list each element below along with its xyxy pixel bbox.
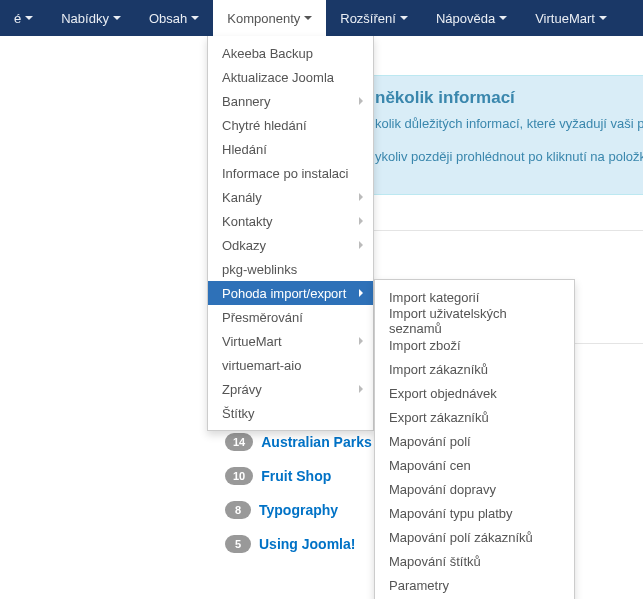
dropdown-item-label: Hledání	[222, 142, 267, 157]
info-alert-line1: kolik důležitých informací, které vyžadu…	[375, 116, 635, 131]
chevron-right-icon	[359, 289, 363, 297]
dropdown-item-label: Akeeba Backup	[222, 46, 313, 61]
sidebar-item[interactable]: 5 Using Joomla!	[225, 535, 372, 553]
submenu-item[interactable]: Mapování polí zákazníků	[375, 525, 574, 549]
submenu-item-label: Import zákazníků	[389, 362, 488, 377]
submenu-item-label: Mapování polí zákazníků	[389, 530, 533, 545]
nav-item-komponenty[interactable]: Komponenty	[213, 0, 326, 36]
dropdown-item[interactable]: Bannery	[208, 89, 373, 113]
pohoda-submenu: Import kategoriíImport uživatelských sez…	[374, 279, 575, 599]
submenu-item-label: Mapování štítků	[389, 554, 481, 569]
content-pane: několik informací kolik důležitých infor…	[360, 75, 643, 195]
caret-down-icon	[304, 16, 312, 20]
submenu-item-label: Import uživatelských seznamů	[389, 306, 560, 336]
nav-label: Obsah	[149, 11, 187, 26]
caret-down-icon	[499, 16, 507, 20]
caret-down-icon	[25, 16, 33, 20]
submenu-item[interactable]: Export objednávek	[375, 381, 574, 405]
dropdown-item-label: Odkazy	[222, 238, 266, 253]
count-badge: 10	[225, 467, 253, 485]
dropdown-item-label: Bannery	[222, 94, 270, 109]
submenu-item-label: Parametry	[389, 578, 449, 593]
dropdown-item-label: Kontakty	[222, 214, 273, 229]
submenu-item[interactable]: Mapování typu platby	[375, 501, 574, 525]
dropdown-item[interactable]: Kanály	[208, 185, 373, 209]
submenu-item-label: Mapování typu platby	[389, 506, 513, 521]
nav-label: Nápověda	[436, 11, 495, 26]
dropdown-item[interactable]: virtuemart-aio	[208, 353, 373, 377]
nav-item[interactable]: Rozšíření	[326, 0, 422, 36]
submenu-item[interactable]: Mapování štítků	[375, 549, 574, 573]
dropdown-item[interactable]: Akeeba Backup	[208, 41, 373, 65]
submenu-item[interactable]: Import zákazníků	[375, 357, 574, 381]
dropdown-item[interactable]: Kontakty	[208, 209, 373, 233]
submenu-item-label: Import zboží	[389, 338, 461, 353]
submenu-item[interactable]: Import zboží	[375, 333, 574, 357]
nav-label: Komponenty	[227, 11, 300, 26]
submenu-item[interactable]: Mapování cen	[375, 453, 574, 477]
sidebar-item[interactable]: 10 Fruit Shop	[225, 467, 372, 485]
chevron-right-icon	[359, 217, 363, 225]
dropdown-item[interactable]: Aktualizace Joomla	[208, 65, 373, 89]
dropdown-item-label: Přesměrování	[222, 310, 303, 325]
dropdown-item[interactable]: Pohoda import/export	[208, 281, 373, 305]
dropdown-item[interactable]: Hledání	[208, 137, 373, 161]
sidebar-item[interactable]: 14 Australian Parks	[225, 433, 372, 451]
submenu-item[interactable]: Mapování dopravy	[375, 477, 574, 501]
nav-label: VirtueMart	[535, 11, 595, 26]
chevron-right-icon	[359, 385, 363, 393]
submenu-item-label: Import kategorií	[389, 290, 479, 305]
nav-label: é	[14, 11, 21, 26]
dropdown-item-label: Kanály	[222, 190, 262, 205]
submenu-item-label: Mapování dopravy	[389, 482, 496, 497]
nav-item[interactable]: Obsah	[135, 0, 213, 36]
nav-label: Nabídky	[61, 11, 109, 26]
dropdown-item-label: Aktualizace Joomla	[222, 70, 334, 85]
nav-item[interactable]: é	[0, 0, 47, 36]
dropdown-item[interactable]: Přesměrování	[208, 305, 373, 329]
dropdown-item-label: Zprávy	[222, 382, 262, 397]
submenu-item[interactable]: Mapování polí	[375, 429, 574, 453]
sidebar-item-label: Australian Parks	[261, 434, 372, 450]
info-alert: několik informací kolik důležitých infor…	[360, 75, 643, 195]
submenu-item-label: Export zákazníků	[389, 410, 489, 425]
dropdown-item-label: pkg-weblinks	[222, 262, 297, 277]
submenu-item-label: Mapování polí	[389, 434, 471, 449]
nav-item[interactable]: Nabídky	[47, 0, 135, 36]
chevron-right-icon	[359, 337, 363, 345]
info-alert-line2: ykoliv později prohlédnout po kliknutí n…	[375, 149, 635, 164]
chevron-right-icon	[359, 97, 363, 105]
top-nav: é Nabídky Obsah Komponenty Rozšíření Náp…	[0, 0, 643, 36]
nav-item[interactable]: Nápověda	[422, 0, 521, 36]
caret-down-icon	[191, 16, 199, 20]
sidebar-item-label: Typography	[259, 502, 338, 518]
nav-label: Rozšíření	[340, 11, 396, 26]
dropdown-item[interactable]: Štítky	[208, 401, 373, 425]
chevron-right-icon	[359, 193, 363, 201]
nav-item[interactable]: VirtueMart	[521, 0, 621, 36]
komponenty-dropdown: Akeeba BackupAktualizace JoomlaBanneryCh…	[207, 36, 374, 431]
sidebar-item[interactable]: 8 Typography	[225, 501, 372, 519]
sidebar-item-label: Fruit Shop	[261, 468, 331, 484]
dropdown-item[interactable]: Odkazy	[208, 233, 373, 257]
sidebar-item-label: Using Joomla!	[259, 536, 355, 552]
dropdown-item[interactable]: pkg-weblinks	[208, 257, 373, 281]
dropdown-item-label: Chytré hledání	[222, 118, 307, 133]
count-badge: 8	[225, 501, 251, 519]
dropdown-item[interactable]: VirtueMart	[208, 329, 373, 353]
dropdown-item-label: virtuemart-aio	[222, 358, 301, 373]
sidebar-list: 14 Australian Parks 10 Fruit Shop 8 Typo…	[225, 433, 372, 569]
caret-down-icon	[113, 16, 121, 20]
submenu-item-label: Export objednávek	[389, 386, 497, 401]
submenu-item-label: Mapování cen	[389, 458, 471, 473]
submenu-item[interactable]: Export zákazníků	[375, 405, 574, 429]
submenu-item[interactable]: Parametry	[375, 573, 574, 597]
dropdown-item[interactable]: Chytré hledání	[208, 113, 373, 137]
dropdown-item[interactable]: Zprávy	[208, 377, 373, 401]
submenu-item[interactable]: Import uživatelských seznamů	[375, 309, 574, 333]
count-badge: 14	[225, 433, 253, 451]
dropdown-item[interactable]: Informace po instalaci	[208, 161, 373, 185]
dropdown-item-label: VirtueMart	[222, 334, 282, 349]
caret-down-icon	[599, 16, 607, 20]
dropdown-item-label: Štítky	[222, 406, 255, 421]
